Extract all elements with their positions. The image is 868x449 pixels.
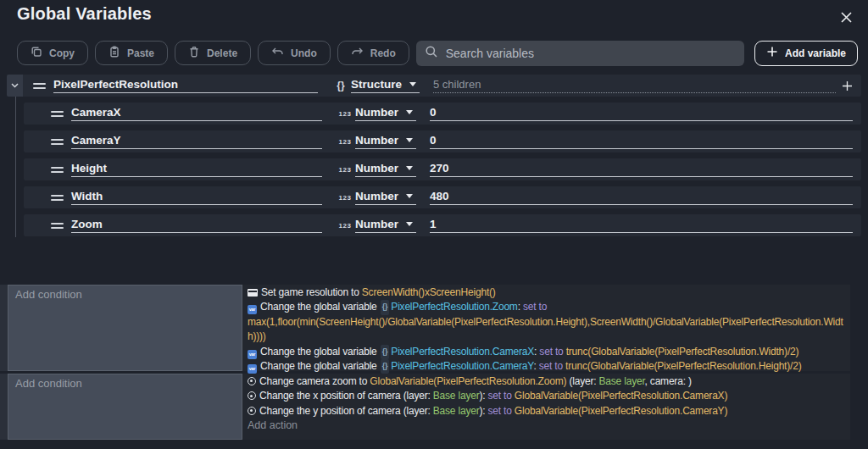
events-sheet: Add conditionSet game resolution to Scre… (0, 285, 850, 442)
variable-value-field[interactable]: 270 (430, 162, 853, 177)
number-type-icon: 123 (337, 138, 353, 146)
action-text-segment: set to (488, 390, 515, 402)
drag-handle-icon[interactable] (33, 83, 46, 89)
toolbar: Copy Paste Delete Undo Redo Add variable (17, 40, 858, 66)
paste-icon (108, 46, 120, 60)
variable-value-field[interactable]: 480 (430, 190, 853, 205)
add-condition-area[interactable]: Add condition (8, 374, 242, 440)
structure-badge-icon: {} (381, 300, 390, 314)
close-icon[interactable] (837, 8, 854, 25)
dropdown-caret-icon (406, 138, 413, 142)
variable-name-field[interactable]: CameraX (71, 106, 322, 121)
variable-row-child: Height123Number270 (24, 158, 861, 180)
drag-handle-icon[interactable] (51, 195, 64, 201)
copy-icon (31, 46, 42, 60)
dropdown-caret-icon (406, 194, 413, 198)
action-text-segment: Change the global variable (260, 301, 380, 313)
dropdown-caret-icon (406, 110, 413, 114)
undo-button[interactable]: Undo (258, 41, 331, 65)
search-input[interactable] (446, 47, 736, 60)
variable-type-dropdown[interactable]: Number (355, 134, 416, 149)
variable-name-field[interactable]: Zoom (71, 218, 322, 233)
drag-handle-icon[interactable] (51, 111, 64, 117)
action-row[interactable]: Change camera zoom to GlobalVariable(Pix… (248, 374, 847, 389)
variables-list: PixelPerfectResolution{}Structure5 child… (7, 75, 861, 242)
variable-value-field[interactable]: 1 (430, 218, 853, 233)
action-text-segment: (layer: (566, 375, 598, 387)
children-count[interactable]: 5 children (433, 78, 836, 93)
structure-type-icon: {} (332, 80, 349, 91)
action-row[interactable]: Set game resolution to ScreenWidth()xScr… (248, 285, 847, 300)
action-text-segment: GlobalVariable(PixelPerfectResolution.Ca… (515, 390, 727, 402)
event-block: Add conditionSet game resolution to Scre… (0, 285, 850, 371)
event-margin-strip (0, 374, 8, 440)
action-text-segment: Base layer (433, 405, 480, 417)
variable-type-dropdown[interactable]: Number (355, 162, 416, 177)
action-row[interactable]: varChange the global variable {}PixelPer… (248, 345, 847, 359)
number-type-icon: 123 (337, 110, 353, 118)
variable-row-child: CameraY123Number0 (24, 130, 861, 152)
variable-row-child: Zoom123Number1 (24, 214, 861, 236)
redo-arrow-icon (351, 47, 364, 60)
action-text-segment: ): (479, 405, 487, 417)
add-action-link[interactable]: Add action (248, 419, 847, 433)
variable-name-field[interactable]: CameraY (71, 134, 322, 149)
delete-button[interactable]: Delete (175, 41, 251, 65)
action-row[interactable]: Change the x position of camera (layer: … (248, 389, 847, 403)
action-text-segment: PixelPerfectResolution.CameraX (391, 346, 534, 358)
variable-name-field[interactable]: Height (71, 162, 322, 177)
delete-label: Delete (207, 47, 237, 59)
undo-arrow-icon (271, 47, 284, 60)
var-icon: var (248, 305, 257, 314)
action-text-segment: set to (539, 346, 565, 358)
add-variable-button[interactable]: Add variable (754, 41, 858, 66)
action-text-segment: Change the x position of camera (layer: (259, 390, 433, 402)
variable-name-field[interactable]: Width (71, 190, 322, 205)
variable-type-dropdown[interactable]: Structure (351, 78, 420, 93)
structure-badge-icon: {} (381, 345, 390, 359)
variable-value-field[interactable]: 0 (430, 134, 853, 149)
collapse-chevron-icon[interactable] (7, 75, 23, 97)
variable-type-dropdown[interactable]: Number (355, 218, 416, 233)
action-text-segment: PixelPerfectResolution.CameraY (391, 360, 533, 372)
action-text-segment: ScreenWidth()xScreenHeight() (362, 286, 496, 298)
redo-button[interactable]: Redo (337, 41, 409, 65)
paste-button[interactable]: Paste (95, 41, 168, 65)
undo-label: Undo (291, 47, 317, 59)
add-child-variable-button[interactable] (836, 80, 858, 91)
action-row[interactable]: varChange the global variable {}PixelPer… (248, 300, 847, 344)
action-text-segment: ): (479, 390, 487, 402)
add-condition-area[interactable]: Add condition (8, 285, 242, 371)
variable-type-dropdown[interactable]: Number (355, 106, 416, 121)
drag-handle-icon[interactable] (51, 223, 64, 229)
variable-name-field[interactable]: PixelPerfectResolution (53, 78, 318, 93)
variable-value-field[interactable]: 0 (430, 106, 853, 121)
plus-icon (766, 46, 778, 60)
action-text-segment: , camera: ) (645, 375, 692, 387)
redo-label: Redo (370, 47, 396, 59)
action-text-segment: Change the global variable (260, 360, 380, 372)
search-box[interactable] (416, 41, 744, 66)
number-type-icon: 123 (337, 222, 353, 230)
structure-badge-icon: {} (381, 359, 390, 374)
action-text-segment: Base layer (433, 390, 480, 402)
drag-handle-icon[interactable] (51, 167, 64, 173)
action-row[interactable]: Change the y position of camera (layer: … (248, 404, 847, 419)
action-text-segment: trunc(GlobalVariable(PixelPerfectResolut… (565, 360, 801, 372)
variable-type-label: Number (355, 106, 398, 119)
action-text-segment: set to (523, 301, 547, 313)
var-icon: var (248, 364, 257, 374)
event-margin-strip (0, 285, 8, 371)
action-text-segment: GlobalVariable(PixelPerfectResolution.Ca… (515, 405, 727, 417)
drag-handle-icon[interactable] (51, 139, 64, 145)
paste-label: Paste (127, 47, 154, 59)
action-row[interactable]: varChange the global variable {}PixelPer… (248, 359, 847, 374)
variable-type-label: Number (355, 134, 398, 147)
action-text-segment: Set game resolution to (261, 286, 362, 298)
actions-area: Set game resolution to ScreenWidth()xScr… (242, 285, 850, 371)
action-text-segment: Change the global variable (260, 346, 380, 358)
action-text-segment: trunc(GlobalVariable(PixelPerfectResolut… (566, 346, 799, 358)
variable-type-dropdown[interactable]: Number (355, 190, 416, 205)
add-variable-label: Add variable (785, 47, 846, 59)
copy-button[interactable]: Copy (17, 41, 88, 65)
